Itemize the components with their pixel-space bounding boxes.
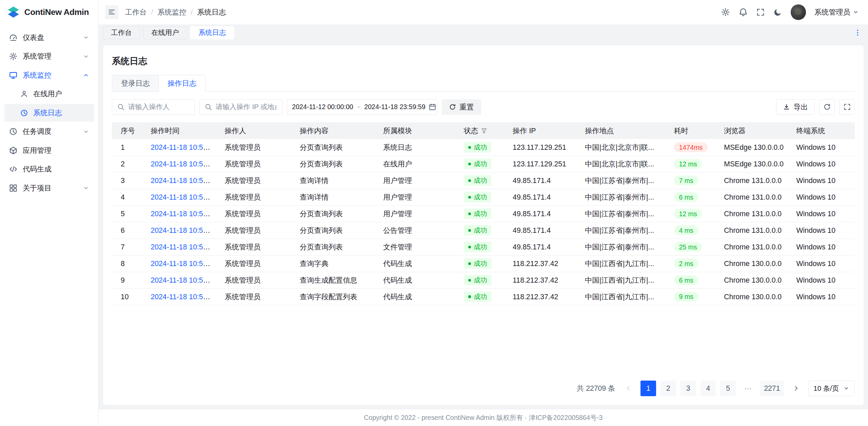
page-button-2271[interactable]: 2271 <box>760 381 784 396</box>
sidebar-item-about[interactable]: 关于项目 <box>4 179 94 197</box>
cell-duration: 4 ms <box>668 222 718 239</box>
page-button-5[interactable]: 5 <box>720 381 736 396</box>
operator-search-input[interactable] <box>128 103 190 111</box>
cell-status: 成功 <box>458 172 507 189</box>
page-button-3[interactable]: 3 <box>680 381 696 396</box>
prev-page-button[interactable] <box>621 381 636 396</box>
cell-ip: 49.85.171.4 <box>507 239 579 255</box>
ip-search-input[interactable] <box>216 103 277 111</box>
table-body: 12024-11-18 10:52:55系统管理员分页查询列表系统日志成功123… <box>112 139 855 305</box>
page-button-2[interactable]: 2 <box>660 381 676 396</box>
sidebar-item-online-users[interactable]: 在线用户 <box>4 85 94 103</box>
logo-icon <box>7 5 20 19</box>
sidebar-item-system-logs[interactable]: 系统日志 <box>4 104 94 122</box>
page-size-select[interactable]: 10 条/页 <box>808 381 855 396</box>
refresh-table-icon[interactable] <box>819 99 835 115</box>
cell-duration: 25 ms <box>668 239 718 255</box>
fullscreen-icon[interactable] <box>756 8 765 17</box>
user-icon <box>20 90 28 98</box>
log-table-row: 102024-11-18 10:51:49系统管理员查询字段配置列表代码生成成功… <box>112 288 855 305</box>
page-button-4[interactable]: 4 <box>701 381 716 396</box>
cell-time: 2024-11-18 10:51:53 <box>145 222 219 239</box>
operation-time-link[interactable]: 2024-11-18 10:51:49 <box>151 276 217 284</box>
cell-location: 中国|江西省|九江市|... <box>579 288 668 305</box>
system-log-card: 系统日志 登录日志 操作日志 2024-11-12 00:00: <box>103 45 864 405</box>
cell-location: 中国|江苏省|泰州市|... <box>579 239 668 255</box>
cell-status: 成功 <box>458 239 507 255</box>
monitor-icon <box>9 71 18 80</box>
cell-browser: MSEdge 130.0.0.0 <box>718 156 791 172</box>
log-type-tabs: 登录日志 操作日志 <box>112 75 855 92</box>
sidebar-item-system-mgmt[interactable]: 系统管理 <box>4 47 94 65</box>
chevron-down-icon <box>83 128 90 135</box>
settings-gear-icon[interactable] <box>721 7 730 17</box>
cell-status: 成功 <box>458 288 507 305</box>
next-page-button[interactable] <box>788 381 804 396</box>
breadcrumb-item-system-monitor[interactable]: 系统监控 <box>158 7 186 17</box>
dark-mode-moon-icon[interactable] <box>773 8 782 17</box>
cell-time: 2024-11-18 10:52:12 <box>145 172 219 189</box>
avatar[interactable] <box>791 4 806 20</box>
status-filter-icon[interactable] <box>481 127 488 134</box>
tab-operation-logs[interactable]: 操作日志 <box>158 75 205 92</box>
code-icon <box>9 165 18 174</box>
cell-time: 2024-11-18 10:52:05 <box>145 189 219 205</box>
operation-time-link[interactable]: 2024-11-18 10:51:50 <box>151 260 217 267</box>
tab-workbench[interactable]: 工作台 <box>103 26 140 39</box>
notification-bell-icon[interactable] <box>738 7 748 17</box>
cell-os: Windows 10 <box>791 205 855 222</box>
cell-duration: 12 ms <box>668 205 718 222</box>
operation-time-link[interactable]: 2024-11-18 10:51:53 <box>151 226 217 234</box>
cell-content: 查询详情 <box>294 172 378 189</box>
operation-time-link[interactable]: 2024-11-18 10:52:12 <box>151 177 217 184</box>
pagination: 共 22709 条 12345⋯2271 10 条/页 <box>112 374 855 396</box>
page-button-1[interactable]: 1 <box>640 381 656 396</box>
cell-module: 代码生成 <box>378 288 458 305</box>
sidebar-collapse-button[interactable] <box>105 5 118 19</box>
user-menu[interactable]: 系统管理员 <box>814 7 859 17</box>
download-icon <box>783 103 790 110</box>
operation-time-link[interactable]: 2024-11-18 10:52:05 <box>151 193 217 201</box>
sidebar-item-code-gen[interactable]: 代码生成 <box>4 160 94 178</box>
cell-module: 系统日志 <box>378 139 458 156</box>
cell-time: 2024-11-18 10:51:49 <box>145 272 219 288</box>
cell-operator: 系统管理员 <box>219 288 294 305</box>
date-range-picker[interactable]: 2024-11-12 00:00:00 - 2024-11-18 23:59:5… <box>287 99 437 115</box>
chevron-down-icon <box>83 185 90 191</box>
operator-search-field[interactable] <box>112 99 195 115</box>
sidebar-item-dashboard[interactable]: 仪表盘 <box>4 29 94 46</box>
table-fullscreen-icon[interactable] <box>839 99 855 115</box>
cell-duration: 6 ms <box>668 272 718 288</box>
app-logo[interactable]: ContiNew Admin <box>0 0 98 24</box>
breadcrumb-item-workbench[interactable]: 工作台 <box>125 7 147 17</box>
cell-duration: 1474ms <box>668 139 718 156</box>
operation-time-link[interactable]: 2024-11-18 10:52:47 <box>151 160 217 168</box>
export-button[interactable]: 导出 <box>776 99 815 115</box>
log-table: 序号操作时间操作人操作内容所属模块状态操作 IP操作地点耗时浏览器终端系统 12… <box>112 122 855 305</box>
page-ellipsis[interactable]: ⋯ <box>740 381 756 396</box>
sidebar-item-app-mgmt[interactable]: 应用管理 <box>4 142 94 159</box>
reset-button[interactable]: 重置 <box>442 99 481 115</box>
status-badge: 成功 <box>464 175 492 186</box>
sidebar-item-task-schedule[interactable]: 任务调度 <box>4 123 94 140</box>
operation-time-link[interactable]: 2024-11-18 10:51:49 <box>151 293 217 301</box>
table-actions: 导出 <box>776 99 855 115</box>
column-header-6: 状态 <box>458 122 507 139</box>
operation-time-link[interactable]: 2024-11-18 10:51:55 <box>151 210 217 218</box>
tab-login-logs[interactable]: 登录日志 <box>112 75 159 92</box>
duration-badge: 4 ms <box>674 225 698 235</box>
ip-search-field[interactable] <box>199 99 282 115</box>
tab-system-logs[interactable]: 系统日志 <box>190 26 234 39</box>
cell-os: Windows 10 <box>791 189 855 205</box>
sidebar-item-system-monitor[interactable]: 系统监控 <box>4 66 94 84</box>
breadcrumb-separator: / <box>151 8 153 16</box>
chevron-up-icon <box>83 72 90 79</box>
cell-browser: Chrome 131.0.0.0 <box>718 239 791 255</box>
tab-online-users[interactable]: 在线用户 <box>143 26 187 39</box>
operation-time-link[interactable]: 2024-11-18 10:51:52 <box>151 243 217 251</box>
page-size-value: 10 条/页 <box>813 384 839 393</box>
date-end-value: 2024-11-18 23:59:59 <box>364 103 425 111</box>
tab-more-icon[interactable] <box>851 29 864 37</box>
operation-time-link[interactable]: 2024-11-18 10:52:55 <box>151 143 217 151</box>
header-actions: 系统管理员 <box>721 4 859 20</box>
